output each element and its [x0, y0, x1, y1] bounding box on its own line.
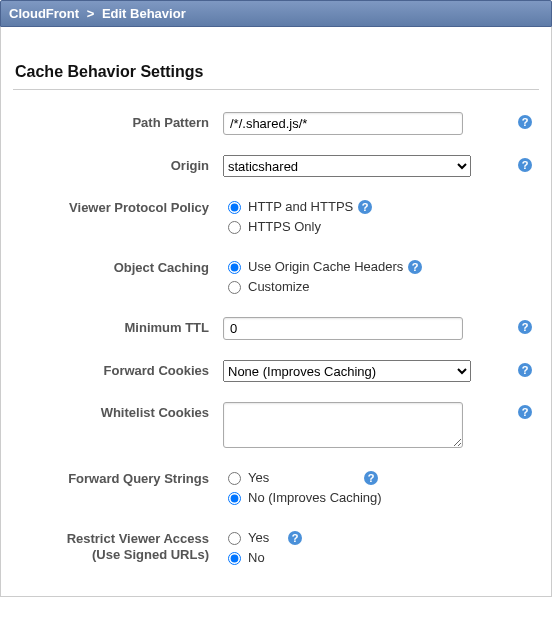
svg-text:?: ?: [522, 364, 529, 376]
svg-text:?: ?: [522, 116, 529, 128]
radio-label: HTTP and HTTPS: [248, 199, 353, 214]
label-whitelist-cookies: Whitelist Cookies: [13, 402, 223, 421]
row-restrict-access: Restrict Viewer Access (Use Signed URLs)…: [13, 528, 539, 568]
radio-restrict-yes[interactable]: Yes ?: [223, 528, 533, 546]
radio-label: Use Origin Cache Headers: [248, 259, 403, 274]
radio-use-origin-cache[interactable]: Use Origin Cache Headers ?: [223, 257, 533, 275]
label-path-pattern: Path Pattern: [13, 112, 223, 131]
radio-restrict-no[interactable]: No: [223, 549, 533, 565]
origin-select[interactable]: staticshared: [223, 155, 471, 177]
radio-fwd-query-yes[interactable]: Yes ?: [223, 468, 533, 486]
help-icon[interactable]: ?: [517, 404, 533, 420]
radio-input[interactable]: [228, 492, 241, 505]
svg-text:?: ?: [362, 201, 369, 213]
min-ttl-input[interactable]: [223, 317, 463, 340]
radio-fwd-query-no[interactable]: No (Improves Caching): [223, 489, 533, 505]
form: Path Pattern ? Origin staticshared ?: [13, 89, 539, 568]
radio-label: No: [248, 550, 265, 565]
help-icon[interactable]: ?: [287, 530, 303, 546]
section-title: Cache Behavior Settings: [15, 63, 539, 81]
label-origin: Origin: [13, 155, 223, 174]
row-forward-query: Forward Query Strings Yes ? No (Improves…: [13, 468, 539, 508]
radio-input[interactable]: [228, 201, 241, 214]
radio-label: Yes: [248, 530, 269, 545]
svg-text:?: ?: [412, 261, 419, 273]
row-viewer-protocol: Viewer Protocol Policy HTTP and HTTPS ? …: [13, 197, 539, 237]
radio-input[interactable]: [228, 261, 241, 274]
help-icon[interactable]: ?: [517, 157, 533, 173]
radio-input[interactable]: [228, 281, 241, 294]
forward-cookies-select[interactable]: None (Improves Caching): [223, 360, 471, 382]
svg-text:?: ?: [522, 321, 529, 333]
row-origin: Origin staticshared ?: [13, 155, 539, 177]
label-viewer-protocol: Viewer Protocol Policy: [13, 197, 223, 216]
row-min-ttl: Minimum TTL ?: [13, 317, 539, 340]
help-icon[interactable]: ?: [407, 259, 423, 275]
content-panel: Cache Behavior Settings Path Pattern ? O…: [0, 27, 552, 597]
row-whitelist-cookies: Whitelist Cookies ?: [13, 402, 539, 448]
label-forward-cookies: Forward Cookies: [13, 360, 223, 379]
radio-label: Customize: [248, 279, 309, 294]
breadcrumb-root[interactable]: CloudFront: [9, 6, 79, 21]
breadcrumb-current: Edit Behavior: [102, 6, 186, 21]
radio-label: HTTPS Only: [248, 219, 321, 234]
row-forward-cookies: Forward Cookies None (Improves Caching) …: [13, 360, 539, 382]
path-pattern-input[interactable]: [223, 112, 463, 135]
radio-http-and-https[interactable]: HTTP and HTTPS ?: [223, 197, 533, 215]
help-icon[interactable]: ?: [517, 319, 533, 335]
row-object-caching: Object Caching Use Origin Cache Headers …: [13, 257, 539, 297]
radio-input[interactable]: [228, 532, 241, 545]
help-icon[interactable]: ?: [517, 114, 533, 130]
svg-text:?: ?: [368, 472, 375, 484]
label-object-caching: Object Caching: [13, 257, 223, 276]
label-min-ttl: Minimum TTL: [13, 317, 223, 336]
help-icon[interactable]: ?: [357, 199, 373, 215]
row-path-pattern: Path Pattern ?: [13, 112, 539, 135]
svg-text:?: ?: [292, 532, 299, 544]
svg-text:?: ?: [522, 406, 529, 418]
radio-input[interactable]: [228, 472, 241, 485]
help-icon[interactable]: ?: [517, 362, 533, 378]
radio-customize[interactable]: Customize: [223, 278, 533, 294]
help-icon[interactable]: ?: [363, 470, 379, 486]
whitelist-cookies-textarea[interactable]: [223, 402, 463, 448]
label-forward-query: Forward Query Strings: [13, 468, 223, 487]
radio-label: No (Improves Caching): [248, 490, 382, 505]
radio-input[interactable]: [228, 221, 241, 234]
svg-text:?: ?: [522, 159, 529, 171]
label-restrict-access: Restrict Viewer Access (Use Signed URLs): [13, 528, 223, 564]
radio-https-only[interactable]: HTTPS Only: [223, 218, 533, 234]
radio-input[interactable]: [228, 552, 241, 565]
breadcrumb: CloudFront > Edit Behavior: [0, 0, 552, 27]
breadcrumb-sep: >: [87, 6, 95, 21]
radio-label: Yes: [248, 470, 269, 485]
